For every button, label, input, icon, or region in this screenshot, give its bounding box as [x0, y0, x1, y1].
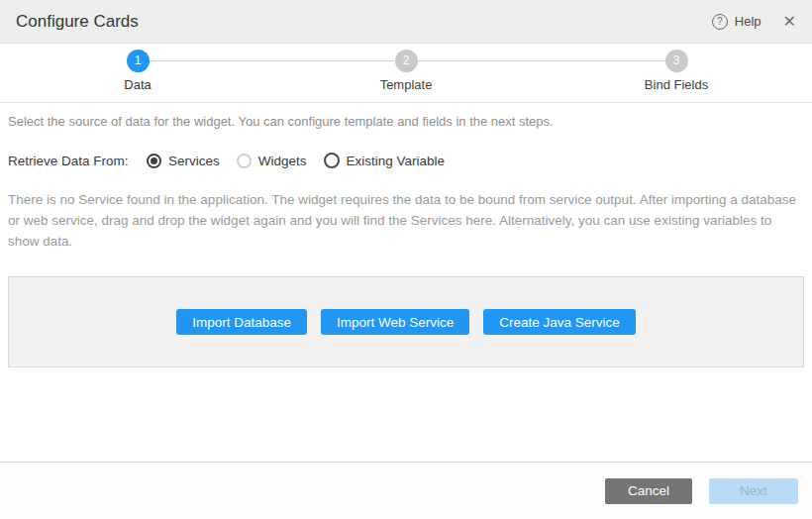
radio-existing-variable-label: Existing Variable [347, 154, 446, 168]
step-data[interactable]: 1 Data [68, 44, 207, 92]
step-bind-fields-label: Bind Fields [607, 77, 746, 92]
service-actions-panel: Import Database Import Web Service Creat… [8, 276, 804, 367]
radio-existing-variable-mark[interactable] [324, 153, 340, 168]
close-icon[interactable]: ✕ [783, 14, 796, 30]
radio-widgets-label: Widgets [258, 154, 307, 168]
radio-services-mark[interactable] [147, 154, 161, 168]
create-java-service-button[interactable]: Create Java Service [483, 309, 636, 335]
no-service-message: There is no Service found in the applica… [8, 189, 804, 252]
step-bind-fields[interactable]: 3 Bind Fields [607, 44, 746, 92]
data-source-radio-group: Services Widgets Existing Variable [147, 153, 461, 168]
page-title: Configure Cards [16, 12, 712, 32]
step-template[interactable]: 2 Template [337, 44, 475, 92]
dialog-header: Configure Cards ? Help ✕ [0, 0, 812, 44]
retrieve-data-label: Retrieve Data From: [8, 154, 147, 168]
cancel-button[interactable]: Cancel [605, 478, 692, 504]
import-database-button[interactable]: Import Database [176, 309, 307, 335]
next-button[interactable]: Next [709, 478, 798, 504]
dialog-footer: Cancel Next [0, 462, 812, 519]
help-icon: ? [712, 14, 728, 30]
help-label: Help [735, 14, 761, 29]
help-button[interactable]: ? Help [712, 14, 761, 30]
step-bind-fields-circle: 3 [665, 50, 688, 72]
radio-services[interactable]: Services [147, 154, 220, 168]
step-data-label: Data [68, 77, 207, 92]
intro-text: Select the source of data for the widget… [8, 114, 804, 129]
step-template-circle: 2 [395, 50, 418, 72]
wizard-stepper: 1 Data 2 Template 3 Bind Fields [0, 44, 812, 103]
step-template-label: Template [337, 77, 475, 92]
radio-widgets-mark[interactable] [237, 154, 252, 168]
configure-cards-dialog: Configure Cards ? Help ✕ 1 Data 2 Templa… [0, 0, 812, 519]
import-web-service-button[interactable]: Import Web Service [321, 309, 469, 335]
radio-existing-variable[interactable]: Existing Variable [324, 153, 446, 168]
step-data-circle: 1 [127, 50, 150, 72]
radio-widgets[interactable]: Widgets [237, 154, 307, 168]
radio-services-label: Services [168, 154, 220, 168]
retrieve-data-row: Retrieve Data From: Services Widgets Exi… [8, 153, 804, 168]
